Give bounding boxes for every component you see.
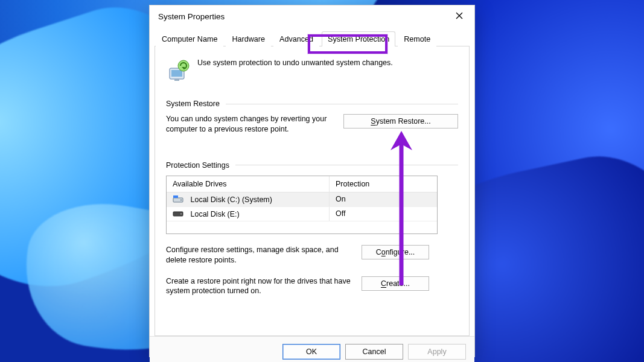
- tab-strip: Computer Name Hardware Advanced System P…: [155, 31, 470, 46]
- system-properties-window: System Properties Computer Name Hardware…: [149, 5, 475, 357]
- system-protection-icon: [166, 59, 190, 83]
- system-drive-icon: [173, 195, 185, 203]
- tab-computer-name[interactable]: Computer Name: [156, 31, 223, 46]
- ok-button[interactable]: OK: [282, 344, 340, 360]
- system-restore-heading: System Restore: [166, 100, 220, 108]
- configure-description: Configure restore settings, manage disk …: [166, 245, 353, 265]
- protection-settings-heading: Protection Settings: [166, 161, 229, 170]
- column-header-protection[interactable]: Protection: [330, 176, 437, 192]
- system-restore-description: You can undo system changes by reverting…: [166, 114, 334, 135]
- drive-label: Local Disk (C:) (System): [190, 195, 272, 204]
- configure-button[interactable]: Configure...: [362, 245, 429, 259]
- system-restore-button[interactable]: System Restore...: [343, 114, 458, 129]
- drive-status: Off: [330, 207, 437, 220]
- create-description: Create a restore point right now for the…: [166, 276, 353, 297]
- tab-system-protection[interactable]: System Protection: [322, 31, 395, 46]
- drives-table: Available Drives Protection Local Disk (…: [166, 176, 438, 234]
- column-header-drives[interactable]: Available Drives: [167, 176, 330, 192]
- tab-hardware[interactable]: Hardware: [226, 31, 271, 46]
- drive-icon: [173, 209, 185, 218]
- svg-point-6: [180, 199, 182, 200]
- drive-label: Local Disk (E:): [190, 210, 239, 218]
- svg-point-3: [178, 60, 189, 71]
- svg-point-8: [180, 213, 182, 214]
- close-icon: [456, 11, 463, 21]
- dialog-button-bar: OK Cancel Apply: [150, 336, 474, 362]
- table-row[interactable]: Local Disk (E:) Off: [167, 207, 437, 221]
- tab-remote[interactable]: Remote: [398, 31, 436, 46]
- apply-button[interactable]: Apply: [408, 344, 466, 360]
- cancel-button[interactable]: Cancel: [345, 344, 403, 360]
- tab-advanced[interactable]: Advanced: [273, 31, 319, 46]
- create-button[interactable]: Create...: [362, 276, 429, 291]
- titlebar: System Properties: [150, 5, 474, 27]
- desktop-wallpaper: System Properties Computer Name Hardware…: [0, 0, 644, 362]
- svg-rect-1: [171, 70, 182, 77]
- drive-status: On: [330, 192, 437, 206]
- divider: [235, 165, 458, 165]
- tab-panel-system-protection: Use system protection to undo unwanted s…: [155, 46, 470, 336]
- close-button[interactable]: [449, 8, 470, 24]
- svg-rect-2: [174, 79, 179, 81]
- window-title: System Properties: [158, 12, 225, 21]
- divider: [226, 104, 458, 104]
- svg-rect-5: [173, 195, 178, 198]
- table-row[interactable]: Local Disk (C:) (System) On: [167, 192, 437, 207]
- intro-text: Use system protection to undo unwanted s…: [197, 59, 393, 67]
